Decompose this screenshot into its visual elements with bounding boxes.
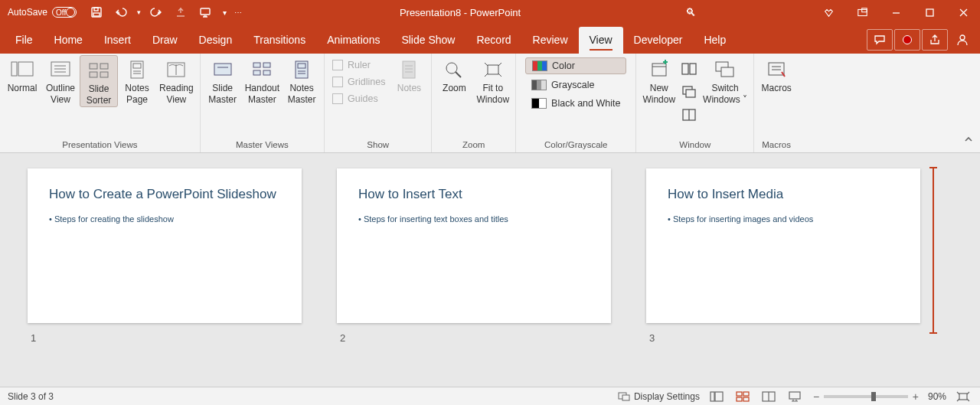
slide-thumb-2[interactable]: How to Insert Text Steps for inserting t… xyxy=(337,168,611,323)
arrange-all-button[interactable] xyxy=(678,58,700,80)
ribbon-mode-icon[interactable] xyxy=(845,0,879,24)
ribbon: Normal Outline View Slide Sorter Notes P… xyxy=(0,54,980,153)
grayscale-button[interactable]: Grayscale xyxy=(525,77,626,93)
guides-checkbox[interactable]: Guides xyxy=(332,93,385,104)
undo-icon[interactable] xyxy=(110,2,132,23)
tab-design[interactable]: Design xyxy=(188,27,243,54)
minimize-button[interactable] xyxy=(879,0,913,24)
touch-mode-icon[interactable] xyxy=(170,2,191,23)
svg-rect-29 xyxy=(263,63,270,67)
svg-rect-26 xyxy=(214,64,231,75)
svg-rect-61 xyxy=(743,392,749,396)
normal-view-status-button[interactable] xyxy=(707,389,726,404)
ruler-checkbox[interactable]: Ruler xyxy=(332,60,385,70)
black-white-button[interactable]: Black and White xyxy=(525,96,626,111)
slide-sorter-button[interactable]: Slide Sorter xyxy=(80,55,118,107)
tab-slideshow[interactable]: Slide Show xyxy=(390,27,466,54)
svg-rect-19 xyxy=(90,72,97,77)
macros-label: Macros xyxy=(757,137,795,152)
svg-rect-42 xyxy=(488,65,498,74)
tab-record[interactable]: Record xyxy=(466,27,521,54)
display-settings-button[interactable]: Display Settings xyxy=(618,391,700,402)
tab-developer[interactable]: Developer xyxy=(623,27,694,54)
tab-review[interactable]: Review xyxy=(522,27,579,54)
svg-rect-20 xyxy=(100,72,108,77)
slide-title: How to Insert Text xyxy=(358,187,590,202)
undo-dropdown-icon[interactable]: ▾ xyxy=(135,2,142,23)
zoom-out-button[interactable]: − xyxy=(813,390,819,403)
svg-rect-43 xyxy=(652,64,666,76)
move-split-button[interactable] xyxy=(678,104,700,126)
slide-sorter-canvas[interactable]: How to Create a PowerPoint Slideshow Ste… xyxy=(0,153,980,387)
maximize-button[interactable] xyxy=(913,0,946,24)
switch-windows-button[interactable]: Switch Windows ˅ xyxy=(700,55,750,106)
record-button[interactable] xyxy=(894,29,920,51)
normal-view-button[interactable]: Normal xyxy=(3,55,41,94)
handout-master-button[interactable]: Handout Master xyxy=(242,55,283,106)
account-icon[interactable] xyxy=(949,29,975,51)
comments-button[interactable] xyxy=(867,29,893,51)
svg-rect-18 xyxy=(100,64,108,69)
close-button[interactable] xyxy=(946,0,980,24)
tab-transitions[interactable]: Transitions xyxy=(243,27,316,54)
premium-icon[interactable] xyxy=(812,0,845,24)
reading-view-status-button[interactable] xyxy=(760,389,778,404)
svg-rect-57 xyxy=(622,395,629,400)
redo-icon[interactable] xyxy=(145,2,167,23)
cascade-button[interactable] xyxy=(678,81,700,103)
new-window-button[interactable]: New Window xyxy=(639,55,678,106)
status-bar: Slide 3 of 3 Display Settings − + 90% xyxy=(0,387,980,405)
reading-view-button[interactable]: Reading View xyxy=(156,55,197,106)
slide-counter[interactable]: Slide 3 of 3 xyxy=(8,391,54,402)
zoom-in-button[interactable]: + xyxy=(913,390,919,403)
notes-page-button[interactable]: Notes Page xyxy=(118,55,156,106)
macros-icon xyxy=(763,58,789,81)
tab-help[interactable]: Help xyxy=(693,27,737,54)
svg-rect-66 xyxy=(789,392,800,399)
start-slideshow-icon[interactable] xyxy=(194,2,216,23)
autosave-toggle[interactable]: AutoSave Off xyxy=(8,7,77,18)
normal-view-icon xyxy=(9,58,35,81)
zoom-label: Zoom xyxy=(435,137,512,152)
fit-slide-button[interactable] xyxy=(954,389,972,404)
document-title: Presentation8 - PowerPoint xyxy=(243,7,677,18)
zoom-button[interactable]: Zoom xyxy=(435,55,473,94)
slideshow-status-button[interactable] xyxy=(786,389,804,404)
save-icon[interactable] xyxy=(86,2,107,23)
svg-rect-59 xyxy=(715,392,723,401)
zoom-icon xyxy=(441,58,467,81)
tab-animations[interactable]: Animations xyxy=(316,27,390,54)
tab-home[interactable]: Home xyxy=(44,27,93,54)
slide-thumb-1[interactable]: How to Create a PowerPoint Slideshow Ste… xyxy=(28,168,302,323)
color-button[interactable]: Color xyxy=(525,57,626,74)
svg-rect-11 xyxy=(11,62,17,76)
fit-to-window-button[interactable]: Fit to Window xyxy=(473,55,512,106)
zoom-slider[interactable] xyxy=(824,395,908,398)
ribbon-tabs: File Home Insert Draw Design Transitions… xyxy=(0,24,980,54)
gridlines-checkbox[interactable]: Gridlines xyxy=(332,77,385,87)
outline-view-button[interactable]: Outline View xyxy=(41,55,80,106)
zoom-percent[interactable]: 90% xyxy=(928,391,946,402)
macros-button[interactable]: Macros xyxy=(757,55,795,94)
tab-insert[interactable]: Insert xyxy=(93,27,142,54)
qat-dropdown-icon[interactable]: ▾ xyxy=(219,2,230,23)
search-icon[interactable]: 🔍︎ xyxy=(677,6,704,18)
notes-master-button[interactable]: Notes Master xyxy=(283,55,321,106)
notes-button: Notes xyxy=(390,55,428,94)
qat-more-icon[interactable]: ⋯ xyxy=(233,2,243,23)
tab-draw[interactable]: Draw xyxy=(142,27,188,54)
collapse-ribbon-button[interactable] xyxy=(963,134,974,148)
color-grayscale-label: Color/Grayscale xyxy=(519,137,632,152)
slide-thumb-3[interactable]: How to Insert Media Steps for inserting … xyxy=(646,168,920,323)
new-window-icon xyxy=(646,58,672,81)
sorter-view-status-button[interactable] xyxy=(733,389,752,404)
tab-view[interactable]: View xyxy=(579,27,623,54)
notes-icon xyxy=(396,58,422,81)
svg-rect-4 xyxy=(858,9,866,15)
slide-master-button[interactable]: Slide Master xyxy=(204,55,242,106)
slide-bullet: Steps for inserting text boxes and title… xyxy=(358,214,590,224)
svg-rect-62 xyxy=(737,397,742,401)
switch-windows-icon xyxy=(712,58,738,81)
tab-file[interactable]: File xyxy=(5,27,44,54)
share-button[interactable] xyxy=(922,29,948,51)
